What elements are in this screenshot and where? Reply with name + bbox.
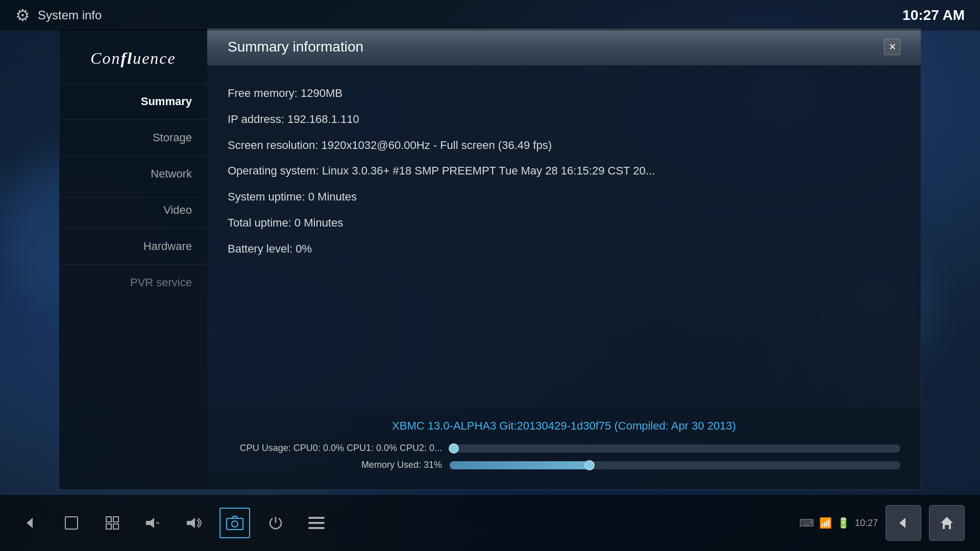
taskbar-back-btn[interactable] [15, 508, 46, 538]
confluence-logo: Confluence [59, 39, 207, 83]
svg-rect-0 [65, 517, 78, 529]
taskbar-vol-down-btn[interactable] [138, 508, 168, 538]
clock: 10:27 AM [902, 7, 965, 23]
signal-icon: 📶 [819, 517, 832, 529]
svg-rect-4 [113, 524, 118, 529]
taskbar: ⌨ 📶 🔋 10:27 [0, 495, 980, 551]
taskbar-vol-up-btn[interactable] [179, 508, 209, 538]
svg-rect-8 [227, 518, 243, 530]
svg-rect-3 [106, 524, 111, 529]
top-bar: ⚙ System info 10:27 AM [0, 0, 980, 31]
svg-rect-12 [308, 527, 325, 529]
memory-usage-row: Memory Used: 31% [228, 460, 900, 470]
nav-back-button[interactable] [886, 505, 921, 541]
svg-rect-2 [113, 517, 118, 522]
svg-rect-1 [106, 517, 111, 522]
info-screen-resolution: Screen resolution: 1920x1032@60.00Hz - F… [228, 133, 900, 159]
close-button[interactable]: ✕ [884, 39, 900, 55]
gear-icon: ⚙ [15, 6, 30, 25]
cpu-label: CPU Usage: CPU0: 0.0% CPU1: 0.0% CPU2: 0… [228, 443, 442, 454]
svg-rect-11 [308, 522, 325, 524]
top-bar-left: ⚙ System info [15, 6, 102, 25]
taskbar-system-icons: ⌨ 📶 🔋 10:27 [799, 517, 878, 529]
sidebar-item-video[interactable]: Video [59, 192, 207, 228]
cpu-progress-knob [449, 443, 459, 454]
content-header: Summary information ✕ [207, 29, 921, 65]
memory-progress-fill [450, 461, 590, 469]
taskbar-right: ⌨ 📶 🔋 10:27 [799, 505, 965, 541]
system-info-title: System info [38, 8, 102, 22]
sidebar-item-storage[interactable]: Storage [59, 119, 207, 156]
info-free-memory: Free memory: 1290MB [228, 81, 900, 107]
main-container: Confluence Summary Storage Network Video… [59, 28, 921, 490]
info-ip-address: IP address: 192.168.1.110 [228, 107, 900, 133]
info-content: Free memory: 1290MB IP address: 192.168.… [207, 65, 921, 409]
content-footer: XBMC 13.0-ALPHA3 Git:20130429-1d30f75 (C… [207, 409, 921, 489]
battery-icon: 🔋 [837, 517, 850, 529]
svg-marker-7 [187, 518, 195, 528]
content-title: Summary information [228, 39, 363, 55]
svg-rect-10 [308, 517, 325, 519]
sidebar-item-pvr[interactable]: PVR service [59, 264, 207, 300]
info-battery: Battery level: 0% [228, 236, 900, 262]
content-area: Summary information ✕ Free memory: 1290M… [207, 29, 921, 489]
memory-progress-bar [450, 461, 900, 469]
memory-label: Memory Used: 31% [228, 460, 442, 470]
taskbar-power-btn[interactable] [260, 508, 291, 538]
memory-progress-knob [584, 460, 595, 470]
xbmc-version: XBMC 13.0-ALPHA3 Git:20130429-1d30f75 (C… [228, 419, 900, 433]
sidebar-item-summary[interactable]: Summary [59, 83, 207, 119]
taskbar-home-btn[interactable] [56, 508, 87, 538]
nav-home-button[interactable] [929, 505, 965, 541]
info-os: Operating system: Linux 3.0.36+ #18 SMP … [228, 158, 900, 184]
cpu-usage-row: CPU Usage: CPU0: 0.0% CPU1: 0.0% CPU2: 0… [228, 443, 900, 454]
taskbar-time: 10:27 [855, 518, 878, 529]
taskbar-windows-btn[interactable] [97, 508, 128, 538]
taskbar-screenshot-btn[interactable] [219, 508, 250, 538]
sidebar-item-network[interactable]: Network [59, 156, 207, 192]
keyboard-icon: ⌨ [799, 517, 814, 529]
info-total-uptime: Total uptime: 0 Minutes [228, 210, 900, 236]
svg-point-9 [232, 521, 238, 527]
taskbar-menu-btn[interactable] [301, 508, 332, 538]
info-system-uptime: System uptime: 0 Minutes [228, 184, 900, 210]
svg-marker-5 [146, 518, 154, 528]
sidebar: Confluence Summary Storage Network Video… [59, 29, 207, 489]
cpu-progress-bar [450, 444, 900, 453]
sidebar-item-hardware[interactable]: Hardware [59, 228, 207, 264]
